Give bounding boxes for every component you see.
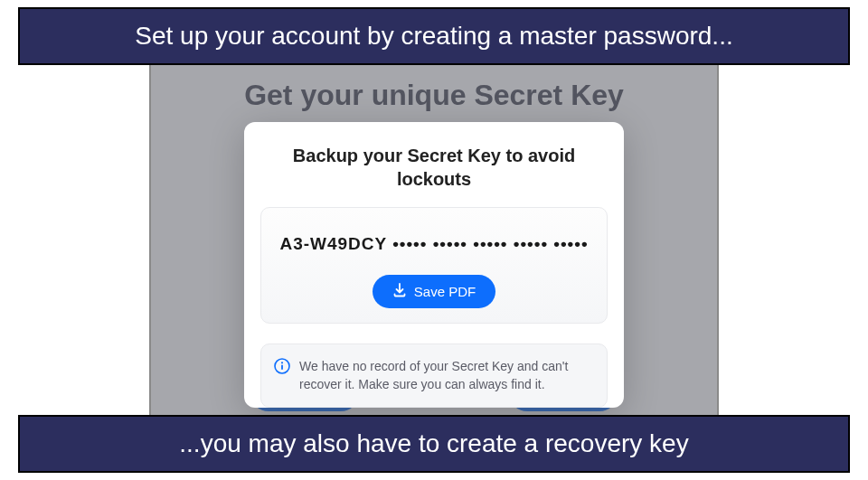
save-pdf-label: Save PDF [414,284,476,299]
svg-rect-2 [281,365,283,370]
secret-key-value: A3-W49DCY ••••• ••••• ••••• ••••• ••••• [274,228,594,260]
secret-key-card: A3-W49DCY ••••• ••••• ••••• ••••• ••••• … [260,207,608,324]
info-box: We have no record of your Secret Key and… [260,344,608,408]
info-text: We have no record of your Secret Key and… [299,357,594,394]
save-pdf-button[interactable]: Save PDF [373,275,495,308]
caption-top: Set up your account by creating a master… [18,7,850,65]
svg-point-1 [281,362,283,363]
download-icon [392,283,407,300]
app-window: Get your unique Secret Key Backup your S… [149,58,719,430]
info-icon [274,358,290,378]
modal-title: Backup your Secret Key to avoid lockouts [260,144,608,207]
backup-modal: Backup your Secret Key to avoid lockouts… [244,122,624,408]
caption-bottom: ...you may also have to create a recover… [18,415,850,473]
